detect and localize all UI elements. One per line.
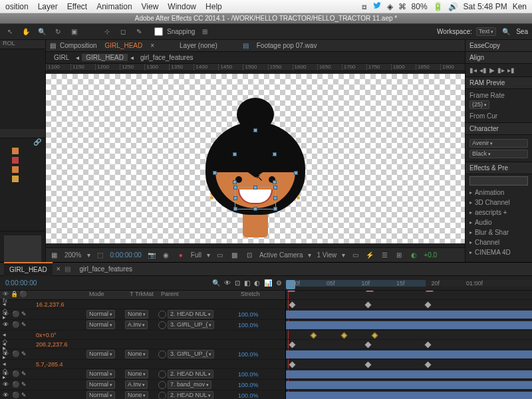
region-icon[interactable]: ▭ — [215, 251, 225, 260]
crumb-girl[interactable]: GIRL — [50, 54, 73, 61]
layer-row[interactable]: 👁⚫✎ Normal A.Inv 3. GIRL_UP_( 100.0% — [0, 320, 285, 331]
grid-icon[interactable]: ▦ — [50, 251, 59, 260]
snap-option-icon[interactable]: ⊞ — [199, 26, 211, 38]
fx-category[interactable]: Animation — [466, 188, 532, 198]
bluetooth-icon[interactable]: ⌘ — [398, 2, 406, 11]
search-icon[interactable]: 🔍 — [500, 26, 512, 38]
frame-rate-dropdown[interactable]: (25) — [469, 100, 489, 109]
pickwhip-icon[interactable] — [158, 370, 166, 378]
trkmat-dropdown[interactable]: A.Inv — [125, 380, 148, 389]
effects-presets-panel[interactable]: Effects & Pre — [466, 162, 532, 174]
volume-icon[interactable]: 🔊 — [448, 2, 458, 11]
workspace-dropdown[interactable]: Text — [476, 27, 496, 36]
graph-editor-icon[interactable]: 📊 — [264, 279, 272, 287]
visibility-icon[interactable]: 👁 — [3, 321, 11, 329]
solo-icon[interactable]: ⚫ — [12, 321, 20, 329]
camera-tool-icon[interactable]: ▣ — [68, 26, 80, 38]
solo-icon[interactable]: ⚫ — [12, 392, 20, 400]
frame-blend-icon[interactable]: ◧ — [244, 279, 250, 287]
layer-row[interactable]: ◂ ◇ ▸0x+0.0° — [0, 331, 285, 340]
layer-row[interactable]: ◂ ◇ ▸16.2,237.6 — [0, 300, 285, 309]
solo-icon[interactable]: ⚫ — [12, 370, 20, 378]
menu-effect[interactable]: Effect — [67, 2, 87, 11]
prev-first-icon[interactable]: ▮◂ — [469, 66, 477, 74]
layer-row[interactable]: 👁⚫✎ Normal A.Inv 7. band_mov 100.0% — [0, 380, 285, 390]
layer-row[interactable]: ◂ ◇ ▸5.7,-285.4 — [0, 360, 285, 369]
parent-dropdown[interactable]: 3. GIRL_UP_( — [168, 350, 214, 358]
rgb-icon[interactable]: ● — [176, 251, 186, 260]
pen-tool-icon[interactable]: ✎ — [133, 26, 145, 38]
visibility-icon[interactable]: 👁 — [3, 370, 11, 378]
trkmat-dropdown[interactable]: None — [125, 310, 148, 319]
prev-play-icon[interactable]: ▶ — [489, 66, 495, 74]
3d-view-icon[interactable]: ⊡ — [245, 251, 254, 260]
blend-mode-dropdown[interactable]: Normal — [86, 391, 115, 399]
stretch-value[interactable]: 100.0% — [238, 311, 271, 318]
camera-dropdown[interactable]: Active Camera — [259, 251, 303, 259]
tab-footage[interactable]: Footage pop 07.wav — [253, 40, 321, 52]
menu-view[interactable]: View — [142, 2, 159, 11]
snapping-checkbox[interactable] — [154, 27, 163, 36]
fast-preview-icon[interactable]: ⚡ — [365, 251, 374, 260]
fx-category[interactable]: Blur & Shar — [466, 227, 532, 237]
fx-category[interactable]: Audio — [466, 217, 532, 227]
align-panel[interactable]: Align — [466, 52, 532, 64]
comp-marker[interactable]: 3 — [426, 291, 434, 292]
layer-row[interactable]: 👁⚫✎ Normal None 2. HEAD NUL 100.0% — [0, 390, 285, 399]
pixel-ar-icon[interactable]: ▭ — [350, 251, 360, 260]
trkmat-dropdown[interactable]: A.Inv — [125, 321, 148, 329]
easecopy-panel[interactable]: EaseCopy — [466, 40, 532, 52]
timeline-tracks[interactable]: 1 2 3 — [286, 291, 532, 399]
property-value[interactable]: 0x+0.0° — [33, 332, 86, 338]
shy-icon[interactable]: 👁 — [224, 279, 231, 287]
character-panel[interactable]: Character — [466, 123, 532, 135]
ram-preview-panel[interactable]: RAM Previe — [466, 77, 532, 89]
effects-search-input[interactable] — [469, 176, 528, 186]
close-icon[interactable]: × — [150, 42, 154, 49]
mask-icon[interactable]: ⬚ — [96, 251, 105, 260]
project-item[interactable] — [0, 165, 45, 174]
fx-category[interactable]: Channel — [466, 237, 532, 247]
link-icon[interactable]: 🔗 — [33, 138, 41, 146]
blend-mode-dropdown[interactable]: Normal — [86, 321, 115, 329]
property-value[interactable]: 5.7,-285.4 — [33, 361, 86, 368]
snapshot-icon[interactable]: 📷 — [147, 251, 156, 260]
prev-next-icon[interactable]: ▮▸ — [497, 66, 505, 74]
crumb-girl-head[interactable]: GIRL_HEAD — [82, 54, 128, 61]
prev-last-icon[interactable]: ▸▮ — [507, 66, 515, 74]
project-item[interactable] — [0, 174, 45, 184]
parent-dropdown[interactable]: 7. band_mov — [168, 380, 211, 389]
blend-mode-dropdown[interactable]: Normal — [86, 350, 115, 358]
tab-layer[interactable]: Layer (none) — [176, 40, 221, 52]
solo-icon[interactable]: ⚫ — [12, 350, 20, 358]
blend-mode-dropdown[interactable]: Normal — [86, 380, 115, 389]
tab-composition[interactable]: GIRL_HEAD — [101, 40, 147, 52]
channel-icon[interactable]: ◉ — [162, 251, 171, 260]
blend-mode-dropdown[interactable]: Normal — [86, 310, 115, 319]
zoom-tool-icon[interactable]: 🔍 — [36, 26, 48, 38]
visibility-icon[interactable]: 👁 — [3, 350, 11, 358]
pickwhip-icon[interactable] — [158, 392, 166, 400]
parent-dropdown[interactable]: 3. GIRL_UP_( — [168, 321, 214, 329]
layer-row[interactable]: 👁⚫✎ Normal None 2. HEAD NUL 100.0% — [0, 369, 285, 380]
user-name[interactable]: Ken — [513, 2, 527, 11]
comp-marker[interactable]: 1 — [287, 291, 295, 292]
stretch-value[interactable]: 100.0% — [238, 392, 271, 399]
menu-composition[interactable]: osition — [5, 2, 29, 11]
search-icon[interactable]: 🔍 — [212, 279, 220, 287]
visibility-icon[interactable]: 👁 — [3, 381, 11, 389]
layer-row[interactable]: ◂ ◇ ▸208.2,237.6 — [0, 340, 285, 349]
menu-window[interactable]: Window — [168, 2, 196, 11]
fx-category[interactable]: aescripts + — [466, 207, 532, 217]
blend-mode-dropdown[interactable]: Normal — [86, 370, 115, 378]
time-ruler[interactable]: :00f05f10f15f20f01:00f — [286, 280, 532, 287]
pickwhip-icon[interactable] — [158, 381, 166, 389]
rotate-tool-icon[interactable]: ↻ — [52, 26, 64, 38]
layer-row[interactable]: 👁⚫✎ Normal None 2. HEAD NUL 100.0% — [0, 309, 285, 320]
resolution-dropdown[interactable]: Full — [191, 251, 201, 259]
font-family-dropdown[interactable]: Avenir — [469, 139, 528, 148]
solo-icon[interactable]: ⚫ — [12, 311, 20, 319]
trkmat-dropdown[interactable]: None — [125, 391, 148, 399]
comp-flow-icon[interactable]: ⊞ — [394, 251, 404, 260]
menu-animation[interactable]: Animation — [96, 2, 132, 11]
